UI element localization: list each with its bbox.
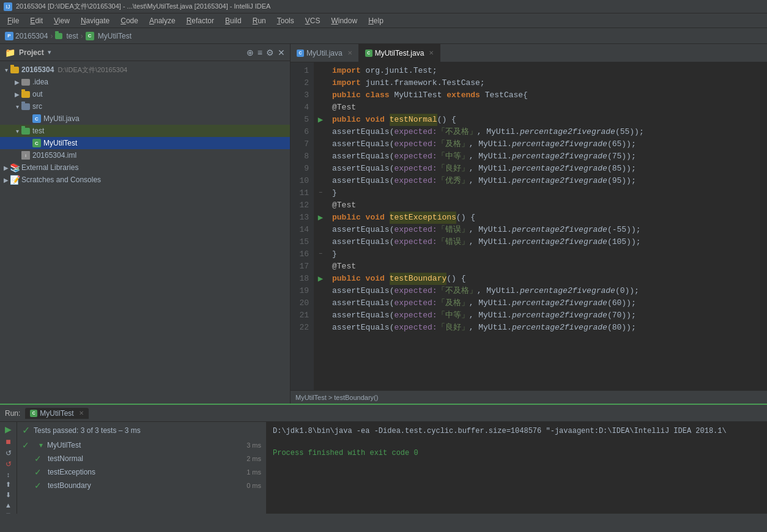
tab-myutiltest[interactable]: C MyUtilTest.java ✕ <box>359 44 441 62</box>
menu-help[interactable]: Help <box>363 15 388 26</box>
menu-tools[interactable]: Tools <box>272 15 299 26</box>
tree-arrow-root[interactable]: ▾ <box>2 67 10 73</box>
run-expand-root[interactable]: ▾ <box>39 441 43 449</box>
run-stop-button[interactable]: ■ <box>2 437 15 446</box>
run-next-button[interactable]: ▼ <box>2 511 15 514</box>
tab-icon-myutil: C <box>297 50 304 57</box>
menu-vcs[interactable]: VCS <box>300 15 325 26</box>
run-arrow-13[interactable]: ▶ <box>318 212 323 224</box>
gutter-8 <box>314 150 327 163</box>
run-tree-testboundary[interactable]: ✓ testBoundary 0 ms <box>17 479 266 492</box>
breadcrumb-class[interactable]: C MyUtilTest <box>86 32 132 40</box>
gutter-13[interactable]: ▶ <box>314 212 327 224</box>
run-prev-button[interactable]: ▲ <box>2 501 15 509</box>
run-tab-myutiltest[interactable]: C MyUtilTest ✕ <box>25 408 88 419</box>
run-tree-testexceptions[interactable]: ✓ testExceptions 1 ms <box>17 465 266 479</box>
gutter-14 <box>314 224 327 236</box>
run-sort-button[interactable]: ↕ <box>2 471 15 478</box>
run-check-testboundary: ✓ <box>34 481 42 490</box>
tree-arrow-out[interactable]: ▶ <box>13 91 21 98</box>
menu-refactor[interactable]: Refactor <box>182 15 219 26</box>
menu-navigate[interactable]: Navigate <box>76 15 114 26</box>
collapse-all-icon[interactable]: ≡ <box>258 48 262 57</box>
tree-arrow-idea[interactable]: ▶ <box>13 79 21 86</box>
code-editor[interactable]: 1 2 3 4 5 6 7 8 9 10 11 12 13 14 15 16 1… <box>291 62 767 390</box>
run-time-root: 3 ms <box>246 441 261 449</box>
run-rerun-button[interactable]: ↺ <box>2 449 15 457</box>
run-time-testnormal: 2 ms <box>246 455 261 462</box>
run-tree-root-label: MyUtilTest <box>47 441 81 449</box>
menu-analyze[interactable]: Analyze <box>144 15 180 26</box>
tree-item-src[interactable]: ▾ src <box>0 100 290 113</box>
menu-edit[interactable]: Edit <box>25 15 48 26</box>
run-play-button[interactable]: ▶ <box>2 424 15 434</box>
run-expand-button[interactable]: ⬇ <box>2 491 15 499</box>
menu-view[interactable]: View <box>49 15 75 26</box>
breadcrumb-test[interactable]: test <box>55 32 78 40</box>
tree-item-iml[interactable]: ▶ i 20165304.iml <box>0 149 290 161</box>
src-folder-icon <box>21 102 31 111</box>
idea-folder-icon <box>21 77 31 87</box>
tree-item-extlibs[interactable]: ▶ 📚 External Libraries <box>0 161 290 174</box>
gutter-18[interactable]: ▶ <box>314 273 327 285</box>
gutter-5[interactable]: ▶ <box>314 114 327 126</box>
code-line-20: assertEquals( expected: 「及格」, MyUtil.per… <box>332 297 762 309</box>
menu-code[interactable]: Code <box>116 15 143 26</box>
gutter-15 <box>314 236 327 248</box>
run-tree-testnormal[interactable]: ✓ testNormal 2 ms <box>17 452 266 465</box>
tree-item-myutiltest[interactable]: ▶ C MyUtilTest <box>0 137 290 149</box>
tab-label-myutiltest: MyUtilTest.java <box>375 49 424 57</box>
editor-breadcrumb-text: MyUtilTest > testBoundary() <box>295 394 378 401</box>
menu-window[interactable]: Window <box>326 15 362 26</box>
tree-arrow-extlibs[interactable]: ▶ <box>2 164 10 171</box>
project-folder-icon: 📁 <box>5 48 15 57</box>
code-line-6: assertEquals( expected: 「不及格」, MyUtil.pe… <box>332 126 762 138</box>
fold-btn-16[interactable]: − <box>319 248 322 260</box>
code-line-10: assertEquals( expected: 「优秀」, MyUtil.per… <box>332 175 762 187</box>
tab-myutil[interactable]: C MyUtil.java ✕ <box>291 44 359 62</box>
test-folder-icon <box>55 33 62 39</box>
menu-build[interactable]: Build <box>220 15 246 26</box>
tab-close-myutiltest[interactable]: ✕ <box>429 50 434 56</box>
code-content[interactable]: import org.junit.Test; import junit.fram… <box>327 62 767 390</box>
run-tab-label: MyUtilTest <box>40 409 73 418</box>
run-tab-bar: Run: C MyUtilTest ✕ <box>0 405 767 422</box>
tab-close-myutil[interactable]: ✕ <box>347 50 352 56</box>
run-tab-close[interactable]: ✕ <box>79 410 84 416</box>
tree-item-myutil[interactable]: ▶ C MyUtil.java <box>0 113 290 125</box>
run-rerun-failed-button[interactable]: ↺ <box>2 460 15 468</box>
code-line-21: assertEquals( expected: 「中等」, MyUtil.per… <box>332 309 762 322</box>
tree-arrow-src[interactable]: ▾ <box>13 103 21 110</box>
code-line-7: assertEquals( expected: 「及格」, MyUtil.per… <box>332 138 762 150</box>
tree-item-scratches[interactable]: ▶ 📝 Scratches and Consoles <box>0 174 290 186</box>
run-tree-root[interactable]: ✓ ▾ MyUtilTest 3 ms <box>17 438 266 452</box>
gutter-16[interactable]: − <box>314 248 327 260</box>
code-line-5: public void testNormal() { <box>332 114 762 126</box>
menu-run[interactable]: Run <box>248 15 271 26</box>
tree-item-idea[interactable]: ▶ .idea <box>0 76 290 88</box>
run-time-testexceptions: 1 ms <box>246 468 261 476</box>
settings-icon[interactable]: ⚙ <box>266 48 274 57</box>
tree-arrow-test[interactable]: ▾ <box>13 128 21 135</box>
editor: C MyUtil.java ✕ C MyUtilTest.java ✕ 1 2 … <box>291 44 767 404</box>
menu-file[interactable]: File <box>2 15 24 26</box>
tree-item-out[interactable]: ▶ out <box>0 88 290 100</box>
tree-label-scratches: Scratches and Consoles <box>21 175 101 184</box>
tree-arrow-scratches[interactable]: ▶ <box>2 177 10 183</box>
sidebar-dropdown-arrow[interactable]: ▾ <box>48 48 51 56</box>
code-line-2: import junit.framework.TestCase; <box>332 77 762 89</box>
hide-icon[interactable]: ✕ <box>278 48 285 57</box>
tree-item-root[interactable]: ▾ 20165304 D:\IDEA文件\20165304 <box>0 64 290 76</box>
gutter-4 <box>314 102 327 114</box>
tree-label-myutiltest: MyUtilTest <box>43 139 77 147</box>
locate-icon[interactable]: ⊕ <box>246 48 254 57</box>
gutter-2 <box>314 77 327 89</box>
run-arrow-5[interactable]: ▶ <box>318 114 323 126</box>
breadcrumb-project[interactable]: P 20165304 <box>5 32 48 40</box>
out-folder-icon <box>21 89 31 99</box>
run-filter-button[interactable]: ⬆ <box>2 481 15 489</box>
tree-item-test[interactable]: ▾ test <box>0 125 290 137</box>
run-arrow-18[interactable]: ▶ <box>318 273 323 285</box>
gutter-11[interactable]: − <box>314 187 327 199</box>
fold-btn-11[interactable]: − <box>319 187 322 199</box>
